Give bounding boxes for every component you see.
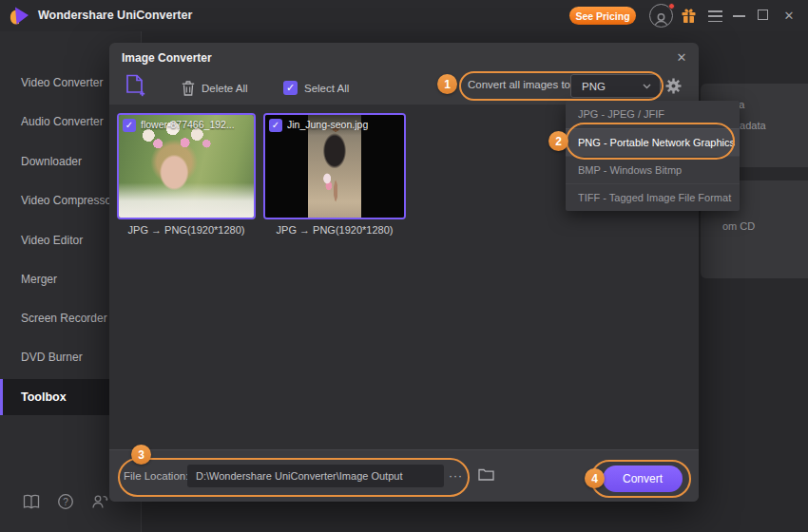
dialog-title: Image Converter xyxy=(122,51,212,65)
file-conversion-label: JPG → PNG(1920*1280) xyxy=(260,224,410,236)
uniconverter-logo-icon xyxy=(8,4,31,28)
delete-all-label: Delete All xyxy=(202,83,248,94)
menu-item-bmp[interactable]: BMP - Windows Bitmp xyxy=(566,156,740,183)
file-checkbox[interactable] xyxy=(269,119,282,132)
file-location-label: File Location: xyxy=(124,470,188,482)
delete-all-button[interactable]: Delete All xyxy=(182,81,248,96)
browse-more-button[interactable]: ··· xyxy=(449,469,463,483)
file-conversion-label: JPG → PNG(1920*1280) xyxy=(109,224,263,236)
file-location-input[interactable]: D:\Wondershare UniConverter\Image Output xyxy=(187,465,444,487)
close-window-button[interactable] xyxy=(781,8,797,23)
select-all-checkbox[interactable] xyxy=(283,81,298,95)
minimize-button[interactable] xyxy=(733,15,745,17)
app-window: Wondershare UniConverter See Pricing Vid… xyxy=(0,0,808,532)
app-title: Wondershare UniConverter xyxy=(38,9,192,22)
chevron-down-icon xyxy=(643,84,651,89)
open-folder-button[interactable] xyxy=(478,467,494,481)
file-checkbox[interactable] xyxy=(123,119,136,132)
guide-book-icon[interactable] xyxy=(23,494,40,509)
svg-text:?: ? xyxy=(63,497,68,507)
file-card[interactable]: flower-877466_192... xyxy=(117,113,256,219)
select-all-control[interactable]: Select All xyxy=(283,81,349,95)
referral-icon[interactable] xyxy=(91,494,109,509)
file-thumbnail-portrait xyxy=(265,115,404,218)
notification-dot xyxy=(668,3,675,10)
maximize-button[interactable] xyxy=(758,10,768,20)
add-file-button[interactable] xyxy=(125,74,145,97)
convert-to-label: Convert all images to: xyxy=(468,79,573,90)
background-text-fragment: om CD xyxy=(722,220,755,232)
trash-icon xyxy=(182,81,195,96)
see-pricing-button[interactable]: See Pricing xyxy=(569,7,636,25)
menu-item-jpg[interactable]: JPG - JPEG / JFIF xyxy=(566,101,740,128)
menu-item-png[interactable]: PNG - Portable Network Graphics xyxy=(566,128,740,156)
settings-gear-icon[interactable] xyxy=(665,78,682,94)
format-dropdown-menu: JPG - JPEG / JFIF PNG - Portable Network… xyxy=(566,101,740,211)
folder-icon xyxy=(478,467,494,481)
select-all-label: Select All xyxy=(304,83,349,94)
file-thumbnail-flower xyxy=(119,115,254,218)
file-name: Jin_Jung-seon.jpg xyxy=(287,119,368,130)
help-icon[interactable]: ? xyxy=(57,493,74,510)
menu-item-tiff[interactable]: TIFF - Tagged Image File Format xyxy=(566,183,740,211)
background-text-fragment: tadata xyxy=(737,120,766,131)
gift-icon[interactable] xyxy=(681,8,697,24)
dialog-close-button[interactable] xyxy=(672,48,691,66)
title-bar: Wondershare UniConverter See Pricing xyxy=(0,0,808,31)
menu-icon[interactable] xyxy=(708,10,722,22)
format-selected-value: PNG xyxy=(582,81,606,92)
convert-button[interactable]: Convert xyxy=(603,466,683,492)
file-card[interactable]: Jin_Jung-seon.jpg xyxy=(263,113,406,219)
add-file-icon xyxy=(125,74,145,97)
format-select[interactable]: PNG xyxy=(570,74,661,98)
file-name: flower-877466_192... xyxy=(141,119,235,130)
